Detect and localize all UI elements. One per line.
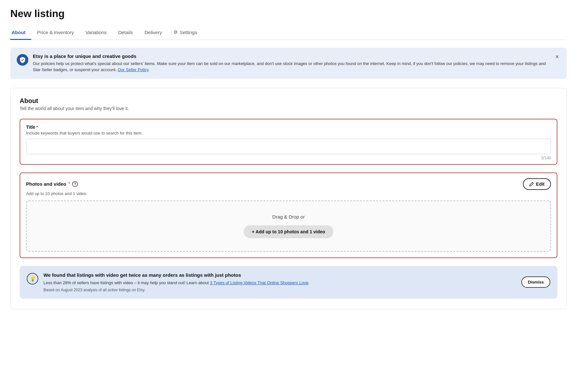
tab-about[interactable]: About xyxy=(10,26,31,40)
banner-body: Our policies help us protect what's spec… xyxy=(33,61,549,73)
title-char-count: 0/140 xyxy=(26,156,551,160)
info-banner: Etsy is a place for unique and creative … xyxy=(10,48,567,79)
help-icon[interactable]: ? xyxy=(72,181,78,187)
photos-field-label: Photos and video xyxy=(26,181,66,187)
title-input[interactable] xyxy=(26,139,551,154)
banner-title: Etsy is a place for unique and creative … xyxy=(33,53,549,59)
title-required-star: * xyxy=(36,125,38,130)
shield-icon xyxy=(17,54,28,66)
gear-icon: ⚙ xyxy=(173,29,178,35)
photos-subtext: Add up to 10 photos and 1 video. xyxy=(26,191,551,196)
about-section-card: About Tell the world all about your item… xyxy=(10,88,567,310)
tip-link[interactable]: 3 Types of Listing Videos That Online Sh… xyxy=(210,280,308,285)
seller-policy-link[interactable]: Our Seller Policy xyxy=(118,67,149,72)
photos-edit-button[interactable]: Edit xyxy=(523,178,551,190)
add-photos-button[interactable]: + Add up to 10 photos and 1 video xyxy=(244,225,334,238)
tabs-bar: About Price & Inventory Variations Detai… xyxy=(10,26,567,40)
photos-field-block: Photos and video * ? Edit Add up to 10 p… xyxy=(20,173,557,258)
title-field-label: Title * xyxy=(26,125,551,130)
tab-variations[interactable]: Variations xyxy=(80,26,113,40)
tab-price-inventory[interactable]: Price & Inventory xyxy=(31,26,79,40)
page-title: New listing xyxy=(10,8,567,20)
title-field-hint: Include keywords that buyers would use t… xyxy=(26,131,551,135)
tab-details[interactable]: Details xyxy=(112,26,139,40)
tab-settings[interactable]: ⚙ Settings xyxy=(168,26,203,40)
drag-drop-text: Drag & Drop or xyxy=(272,214,305,219)
video-tip-banner: 💡 We found that listings with video get … xyxy=(20,266,557,299)
section-heading: About xyxy=(20,97,557,105)
dismiss-button[interactable]: Dismiss xyxy=(521,276,550,288)
tip-title: We found that listings with video get tw… xyxy=(43,272,516,278)
drop-zone[interactable]: Drag & Drop or + Add up to 10 photos and… xyxy=(26,201,551,252)
photos-required-star: * xyxy=(68,181,70,187)
title-field-block: Title * Include keywords that buyers wou… xyxy=(20,119,557,165)
edit-pencil-icon xyxy=(529,182,534,186)
tip-footnote: Based on August 2023 analysis of all act… xyxy=(43,288,516,292)
tab-delivery[interactable]: Delivery xyxy=(139,26,168,40)
section-subheading: Tell the world all about your item and w… xyxy=(20,106,557,111)
banner-close-button[interactable]: × xyxy=(554,53,560,60)
tip-body: Less than 28% of sellers have listings w… xyxy=(43,280,516,286)
lightbulb-icon: 💡 xyxy=(27,273,38,285)
